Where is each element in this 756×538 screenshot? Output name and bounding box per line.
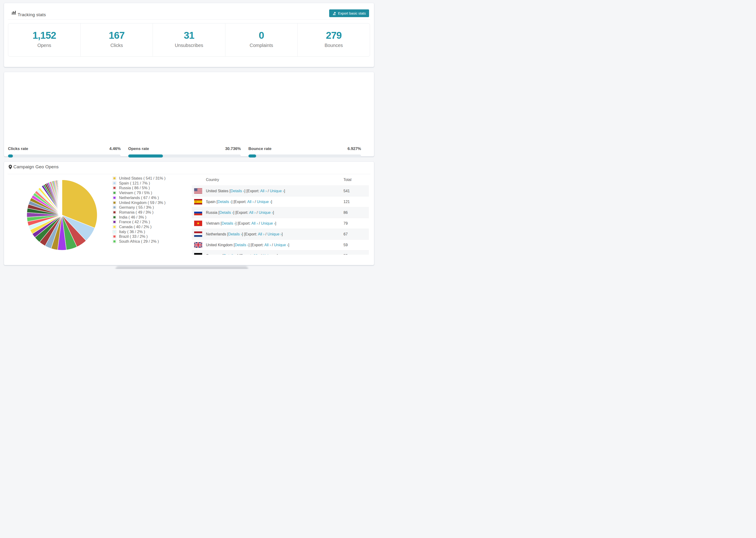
rate-progress-bar bbox=[8, 154, 121, 157]
rate-progress-bar bbox=[128, 154, 241, 157]
legend-item-italy[interactable]: Italy ( 36 / 2% ) bbox=[113, 229, 166, 234]
floating-scrollbar-thumb[interactable] bbox=[116, 266, 248, 269]
legend-label: South Africa ( 29 / 2% ) bbox=[119, 239, 159, 243]
legend-item-united-states[interactable]: United States ( 541 / 31% ) bbox=[113, 176, 166, 181]
export-unique-link[interactable]: Unique › bbox=[261, 221, 275, 225]
legend-item-germany[interactable]: Germany ( 55 / 3% ) bbox=[113, 205, 166, 210]
legend-label: United Kingdom ( 59 / 3% ) bbox=[119, 200, 166, 205]
rate-progress-bar bbox=[248, 154, 361, 157]
export-unique-link[interactable]: Unique › bbox=[267, 232, 282, 236]
legend-item-russia[interactable]: Russia ( 86 / 5% ) bbox=[113, 186, 166, 190]
legend-label: Germany ( 55 / 3% ) bbox=[119, 205, 154, 209]
legend-label: Romania ( 49 / 3% ) bbox=[119, 210, 153, 214]
details-link[interactable]: Details › bbox=[235, 243, 249, 247]
export-basic-stats-button[interactable]: Export basic stats bbox=[329, 9, 369, 17]
legend-item-south-africa[interactable]: South Africa ( 29 / 2% ) bbox=[113, 239, 166, 244]
stat-label: Opens bbox=[8, 43, 80, 48]
stat-value: 31 bbox=[153, 30, 225, 41]
export-unique-link[interactable]: Unique › bbox=[257, 200, 271, 204]
column-header-total: Total bbox=[344, 174, 351, 186]
legend-swatch bbox=[113, 191, 116, 194]
export-all-link[interactable]: All › bbox=[264, 243, 271, 247]
country-cell: Russia [Details ›] [Export: All › / Uniq… bbox=[206, 207, 274, 218]
legend-swatch bbox=[113, 196, 116, 199]
details-link[interactable]: Details › bbox=[228, 232, 242, 236]
stat-label: Complaints bbox=[225, 43, 297, 48]
flag-icon-nl bbox=[194, 232, 202, 237]
stat-value: 279 bbox=[298, 30, 370, 41]
export-all-link[interactable]: All › bbox=[253, 254, 260, 255]
export-unique-link[interactable]: Unique › bbox=[270, 189, 284, 193]
legend-item-vietnam[interactable]: Vietnam ( 79 / 5% ) bbox=[113, 190, 166, 195]
summary-stat-clicks: 167Clicks bbox=[81, 24, 153, 56]
rate-value: 30.736% bbox=[225, 146, 241, 151]
summary-stat-bounces: 279Bounces bbox=[298, 24, 370, 56]
legend-swatch bbox=[113, 240, 116, 243]
legend-swatch bbox=[113, 182, 116, 185]
legend-label: India ( 46 / 3% ) bbox=[119, 215, 146, 219]
legend-item-romania[interactable]: Romania ( 49 / 3% ) bbox=[113, 210, 166, 215]
stat-label: Clicks bbox=[81, 43, 153, 48]
table-row-united-states: United States [Details ›] [Export: All ›… bbox=[192, 186, 369, 196]
export-icon bbox=[333, 12, 336, 15]
total-cell: 541 bbox=[344, 186, 350, 196]
country-name: Germany bbox=[206, 254, 221, 255]
export-all-link[interactable]: All › bbox=[247, 200, 254, 204]
rate-title: Opens rate bbox=[128, 146, 149, 151]
legend-label: France ( 42 / 2% ) bbox=[119, 220, 150, 224]
export-unique-link[interactable]: Unique › bbox=[274, 243, 288, 247]
flag-icon-de bbox=[194, 253, 202, 255]
flag-icon-vn bbox=[194, 221, 202, 226]
total-cell: 86 bbox=[344, 207, 348, 218]
legend-item-netherlands[interactable]: Netherlands ( 67 / 4% ) bbox=[113, 195, 166, 200]
table-row-united-kingdom: United Kingdom [Details ›] [Export: All … bbox=[192, 240, 369, 250]
legend-label: United States ( 541 / 31% ) bbox=[119, 176, 166, 180]
geo-pie-chart bbox=[26, 179, 98, 251]
legend-item-united-kingdom[interactable]: United Kingdom ( 59 / 3% ) bbox=[113, 200, 166, 205]
legend-item-india[interactable]: India ( 46 / 3% ) bbox=[113, 215, 166, 220]
header-divider bbox=[8, 20, 370, 20]
pie-legend: United States ( 541 / 31% )Spain ( 121 /… bbox=[113, 176, 166, 244]
export-unique-link[interactable]: Unique › bbox=[259, 211, 273, 215]
page-title: Tracking stats bbox=[18, 12, 46, 17]
legend-item-spain[interactable]: Spain ( 121 / 7% ) bbox=[113, 181, 166, 186]
rate-value: 4.46% bbox=[109, 146, 121, 151]
country-name: Netherlands bbox=[206, 232, 226, 236]
legend-item-canada[interactable]: Canada ( 40 / 2% ) bbox=[113, 224, 166, 229]
export-all-link[interactable]: All › bbox=[249, 211, 256, 215]
export-unique-link[interactable]: Unique › bbox=[263, 254, 277, 255]
flag-icon-gb bbox=[194, 242, 202, 248]
details-link[interactable]: Details › bbox=[218, 200, 232, 204]
map-pin-icon bbox=[9, 165, 12, 170]
rate-value: 6.927% bbox=[348, 146, 361, 151]
legend-label: Russia ( 86 / 5% ) bbox=[119, 186, 150, 190]
export-all-link[interactable]: All › bbox=[260, 189, 267, 193]
legend-swatch bbox=[113, 215, 116, 219]
country-name: United States bbox=[206, 189, 229, 193]
legend-item-brazil[interactable]: Brazil ( 33 / 2% ) bbox=[113, 234, 166, 239]
legend-label: Vietnam ( 79 / 5% ) bbox=[119, 190, 152, 195]
details-link[interactable]: Details › bbox=[220, 211, 233, 215]
pie-slice-other[interactable] bbox=[62, 180, 62, 215]
legend-label: Brazil ( 33 / 2% ) bbox=[119, 234, 148, 239]
bar-chart-icon bbox=[12, 10, 17, 16]
total-cell: 121 bbox=[344, 196, 350, 207]
table-row-germany: Germany [Details ›] [Export: All › / Uni… bbox=[192, 250, 369, 255]
country-cell: Spain [Details ›] [Export: All › / Uniqu… bbox=[206, 196, 272, 207]
legend-swatch bbox=[113, 201, 116, 204]
country-name: Vietnam bbox=[206, 221, 220, 225]
country-cell: United States [Details ›] [Export: All ›… bbox=[206, 186, 285, 196]
legend-swatch bbox=[113, 186, 116, 190]
details-link[interactable]: Details › bbox=[231, 189, 244, 193]
stat-label: Unsubscribes bbox=[153, 43, 225, 48]
legend-swatch bbox=[113, 211, 116, 214]
country-cell: Netherlands [Details ›] [Export: All › /… bbox=[206, 229, 283, 240]
legend-item-france[interactable]: France ( 42 / 2% ) bbox=[113, 219, 166, 224]
legend-swatch bbox=[113, 225, 116, 229]
flag-icon-ru bbox=[194, 210, 202, 215]
details-link[interactable]: Details › bbox=[222, 221, 236, 225]
export-all-link[interactable]: All › bbox=[258, 232, 264, 236]
country-name: United Kingdom bbox=[206, 243, 233, 247]
export-all-link[interactable]: All › bbox=[251, 221, 258, 225]
details-link[interactable]: Details › bbox=[224, 254, 237, 255]
